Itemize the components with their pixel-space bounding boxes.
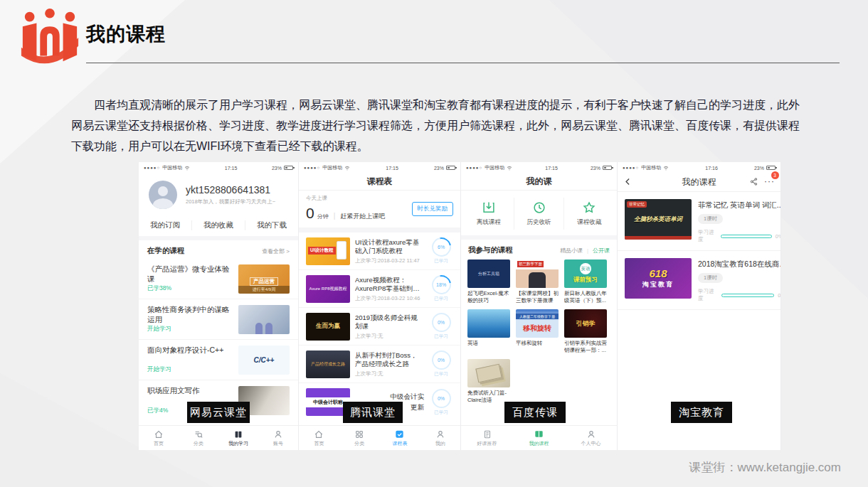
nav-home[interactable]: 首页	[139, 426, 179, 450]
course-card[interactable]: 英语	[467, 309, 510, 353]
person-icon	[273, 429, 283, 439]
course-thumbnail: 分析工具箱	[467, 259, 510, 288]
course-card[interactable]: 分析工具箱 起飞吧Excel-魔术般的技巧	[467, 259, 510, 304]
offline-courses-button[interactable]: 离线课程	[464, 198, 514, 230]
course-card[interactable]: 人教版二年级数学下册 移和旋转 平移和旋转	[516, 309, 559, 353]
course-row[interactable]: 618 淘宝教育 2018淘宝教育618在线商... 1课时 学习进度 0%	[618, 251, 780, 310]
back-button[interactable]	[623, 177, 633, 188]
progress-ring: 0%	[432, 389, 451, 408]
nav-recommend[interactable]: 好课推荐	[461, 426, 513, 450]
more-button[interactable]: ··· 3	[764, 176, 775, 186]
course-row[interactable]: 菲常记忆 全脑秒杀英语单词 菲常记忆 英语单词 词汇... 1课时 学习进度 0…	[618, 192, 780, 251]
nav-personal-center[interactable]: 个人中心	[565, 426, 617, 450]
nav-my-learning[interactable]: 我的学习	[218, 426, 258, 450]
course-row[interactable]: Axure RP8视频教程 Axure视频教程：AxureRP8零基础到全面精通…	[299, 270, 460, 308]
course-thumbnail: 产品运营 进行至4/9周	[238, 264, 290, 294]
share-icon[interactable]	[749, 177, 758, 186]
course-thumbnail	[467, 359, 510, 387]
filter-open-course[interactable]: 公开课	[593, 247, 610, 255]
course-thumbnail: 英语 课前预习	[564, 259, 607, 288]
status-bar: ●●●●○ 中国移动 17:15 23%	[139, 162, 298, 173]
course-thumbnail: 618 淘宝教育	[625, 258, 692, 299]
course-title: 从新手村到打Boss，产品经理成长之路	[355, 351, 424, 368]
course-title: 2018淘宝教育618在线商...	[698, 259, 781, 269]
course-row[interactable]: 生而为赢 2019顶级名师全科规划课 上次学习:无 0% 已学习	[299, 308, 460, 346]
course-card[interactable]: 英语 课前预习 新目标人教版八年级英语（下）预...	[564, 259, 607, 304]
clock-icon	[532, 200, 546, 215]
clock-label: 17:15	[225, 166, 238, 171]
course-title: UI设计教程axure零基础入门系统教程	[355, 238, 424, 255]
thumb-text: 淘宝教育	[642, 280, 674, 289]
course-thumbnail: UI设计教程	[306, 237, 350, 265]
page-header: 我的课程	[682, 176, 716, 188]
lesson-count-badge: 1课时	[698, 214, 723, 224]
thumb-text: 产品经理成长之路	[311, 361, 345, 368]
course-progress: 已学38%	[147, 284, 234, 293]
course-thumbnail	[238, 305, 290, 334]
signal-icon: ●●●●○	[304, 166, 320, 170]
course-title: 中级会计实	[391, 392, 425, 401]
page-title: 我的课程	[86, 21, 166, 47]
tab-my-favorites[interactable]: 我的收藏	[192, 220, 245, 230]
course-favorites-button[interactable]: 课程收藏	[564, 198, 614, 230]
progress-ring: 0%	[432, 313, 451, 332]
battery-icon	[446, 166, 455, 170]
filter-premium[interactable]: 精品小课	[560, 247, 583, 255]
nav-schedule[interactable]: 课程表	[380, 426, 420, 450]
start-class-hint: 赶紧开始上课吧	[340, 212, 385, 221]
course-row[interactable]: 策略性商务谈判中的谋略运用 开始学习	[139, 299, 298, 340]
username: ykt1528806641381	[186, 184, 275, 196]
battery-icon	[284, 166, 293, 170]
notification-badge: 3	[771, 171, 779, 179]
course-row[interactable]: 《产品运营》微专业体验课 已学38% 产品运营 进行至4/9周	[139, 259, 298, 299]
carrier-label: 中国移动	[322, 164, 342, 171]
course-thumbnail: 生而为赢	[306, 313, 350, 341]
avatar[interactable]	[149, 181, 177, 209]
course-thumbnail: C/C++	[238, 346, 290, 375]
history-listen-button[interactable]: 历史收听	[514, 198, 565, 230]
ketangjie-logo-icon	[18, 6, 81, 68]
description-paragraph: 四者均直观清晰的展示了用户学习课程，网易云课堂、腾讯课堂和淘宝教育都有课程进度的…	[71, 95, 800, 156]
user-profile[interactable]: ykt1528806641381 2018年加入，我要好好学习天天向上~	[139, 173, 298, 215]
bottom-nav: 首页 分类 课程表 我的	[299, 425, 460, 450]
battery-icon	[766, 166, 776, 170]
course-card[interactable]: 初三数学下册 【家课堂网校】初三数学下册微课	[516, 259, 559, 304]
title-divider	[86, 63, 840, 63]
minutes-value: 0	[306, 205, 314, 222]
nav-home[interactable]: 首页	[299, 426, 339, 450]
reward-button[interactable]: 时长兑奖励	[412, 202, 454, 216]
course-row[interactable]: 产品经理成长之路 从新手村到打Boss，产品经理成长之路 上次学习:无 0% 已…	[299, 346, 460, 383]
view-all-link[interactable]: 查看全部 >	[262, 247, 290, 255]
nav-categories[interactable]: 分类	[179, 426, 218, 450]
signal-icon: ●●●●○	[623, 166, 639, 170]
battery-percent: 23%	[272, 166, 282, 171]
learned-label: 已学习	[434, 333, 448, 340]
course-title: 职场应用文写作	[147, 386, 200, 396]
tab-my-subscriptions[interactable]: 我的订阅	[139, 220, 192, 230]
last-study: 上次学习:无	[355, 370, 424, 378]
thumb-text: 分析工具箱	[478, 271, 499, 277]
course-thumbnail	[467, 309, 510, 338]
course-title: 面向对象程序设计-C++	[147, 346, 223, 355]
thumb-subtext: 进行至4/9周	[238, 286, 290, 294]
last-study: 上次学习:2018-03-22 11:47	[355, 257, 424, 264]
watermark: 课堂街：www.ketangjie.com	[689, 459, 841, 476]
nav-categories[interactable]: 分类	[339, 426, 380, 450]
course-title: 【家课堂网校】初三数学下册微课	[516, 290, 559, 304]
person-icon	[586, 429, 596, 439]
carrier-label: 中国移动	[162, 164, 182, 171]
course-card[interactable]: 引销学 引销学系列实战营销课程第一部：...	[564, 309, 607, 353]
course-row[interactable]: 面向对象程序设计-C++ 开始学习 C/C++	[139, 340, 298, 380]
nav-account[interactable]: 账号	[258, 426, 298, 450]
today-summary: 今天上课 0 分钟 | 赶紧开始上课吧 时长兑奖励	[299, 191, 460, 228]
course-title: Axure视频教程：AxureRP8零基础到全面精通（自学视频，更...	[355, 276, 424, 293]
nav-my-courses[interactable]: 我的课程	[513, 426, 565, 450]
profile-tabs: 我的订阅 我的收藏 我的下载	[139, 215, 298, 236]
home-icon	[154, 429, 164, 439]
tab-my-downloads[interactable]: 我的下载	[245, 220, 298, 230]
course-row[interactable]: UI设计教程 UI设计教程axure零基础入门系统教程 上次学习:2018-03…	[299, 232, 460, 270]
course-card[interactable]: 免费试听入门篇-Claire法语	[467, 359, 510, 403]
thumb-text: 引销学	[576, 319, 596, 328]
nav-mine[interactable]: 我的	[420, 426, 460, 450]
learned-label: 已学习	[434, 371, 448, 378]
